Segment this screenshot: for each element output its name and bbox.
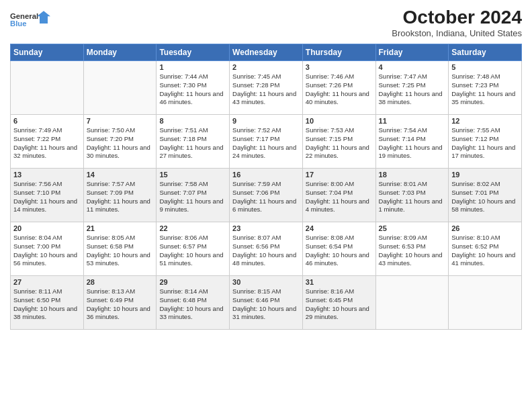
calendar-body: 1Sunrise: 7:44 AMSunset: 7:30 PMDaylight… (11, 61, 522, 330)
col-monday: Monday (83, 44, 157, 61)
day-number: 21 (87, 224, 154, 232)
calendar-cell (449, 276, 522, 330)
day-info: Sunrise: 8:10 AMSunset: 6:52 PMDaylight:… (451, 234, 519, 268)
calendar-week-row: 27Sunrise: 8:11 AMSunset: 6:50 PMDayligh… (11, 276, 522, 330)
day-number: 9 (232, 117, 300, 125)
day-number: 23 (232, 224, 300, 232)
day-number: 14 (87, 171, 154, 179)
calendar-cell: 19Sunrise: 8:02 AMSunset: 7:01 PMDayligh… (449, 169, 522, 222)
day-number: 15 (159, 171, 226, 179)
day-number: 27 (13, 278, 81, 286)
day-number: 25 (379, 224, 446, 232)
day-number: 13 (13, 171, 81, 179)
day-info: Sunrise: 7:52 AMSunset: 7:17 PMDaylight:… (232, 126, 300, 161)
calendar-cell: 17Sunrise: 8:00 AMSunset: 7:04 PMDayligh… (302, 169, 375, 222)
calendar-cell: 28Sunrise: 8:13 AMSunset: 6:49 PMDayligh… (83, 276, 157, 330)
day-number: 7 (87, 117, 154, 125)
calendar-cell: 3Sunrise: 7:46 AMSunset: 7:26 PMDaylight… (302, 61, 375, 115)
calendar-week-row: 6Sunrise: 7:49 AMSunset: 7:22 PMDaylight… (11, 115, 522, 169)
calendar-cell: 16Sunrise: 7:59 AMSunset: 7:06 PMDayligh… (230, 169, 303, 222)
calendar-cell: 12Sunrise: 7:55 AMSunset: 7:12 PMDayligh… (449, 115, 522, 169)
day-info: Sunrise: 7:45 AMSunset: 7:28 PMDaylight:… (232, 73, 300, 107)
day-info: Sunrise: 7:53 AMSunset: 7:15 PMDaylight:… (306, 126, 373, 161)
day-number: 17 (306, 171, 373, 179)
day-info: Sunrise: 8:16 AMSunset: 6:45 PMDaylight:… (306, 287, 373, 322)
day-number: 4 (379, 63, 446, 71)
day-info: Sunrise: 8:05 AMSunset: 6:58 PMDaylight:… (87, 234, 154, 268)
day-info: Sunrise: 8:02 AMSunset: 7:01 PMDaylight:… (451, 180, 519, 214)
day-number: 8 (159, 117, 226, 125)
calendar-cell (11, 61, 84, 115)
day-number: 6 (13, 117, 81, 125)
calendar-cell: 4Sunrise: 7:47 AMSunset: 7:25 PMDaylight… (375, 61, 449, 115)
calendar-week-row: 1Sunrise: 7:44 AMSunset: 7:30 PMDaylight… (11, 61, 522, 115)
calendar-cell: 20Sunrise: 8:04 AMSunset: 7:00 PMDayligh… (11, 222, 84, 276)
calendar-cell: 15Sunrise: 7:58 AMSunset: 7:07 PMDayligh… (157, 169, 230, 222)
day-info: Sunrise: 8:07 AMSunset: 6:56 PMDaylight:… (232, 234, 300, 268)
day-info: Sunrise: 7:48 AMSunset: 7:23 PMDaylight:… (451, 73, 519, 107)
calendar-cell: 31Sunrise: 8:16 AMSunset: 6:45 PMDayligh… (302, 276, 375, 330)
day-info: Sunrise: 7:47 AMSunset: 7:25 PMDaylight:… (379, 73, 446, 107)
calendar-cell: 2Sunrise: 7:45 AMSunset: 7:28 PMDaylight… (230, 61, 303, 115)
day-info: Sunrise: 8:08 AMSunset: 6:54 PMDaylight:… (306, 234, 373, 268)
col-tuesday: Tuesday (157, 44, 230, 61)
day-number: 1 (159, 63, 226, 71)
day-info: Sunrise: 8:14 AMSunset: 6:48 PMDaylight:… (159, 287, 226, 322)
col-saturday: Saturday (449, 44, 522, 61)
calendar-cell: 8Sunrise: 7:51 AMSunset: 7:18 PMDaylight… (157, 115, 230, 169)
calendar-cell: 6Sunrise: 7:49 AMSunset: 7:22 PMDaylight… (11, 115, 84, 169)
day-info: Sunrise: 7:44 AMSunset: 7:30 PMDaylight:… (159, 73, 226, 107)
day-number: 18 (379, 171, 446, 179)
day-info: Sunrise: 8:15 AMSunset: 6:46 PMDaylight:… (232, 287, 300, 322)
logo: General Blue (10, 7, 50, 32)
day-number: 10 (306, 117, 373, 125)
calendar-cell (83, 61, 157, 115)
svg-text:Blue: Blue (10, 19, 27, 28)
col-friday: Friday (375, 44, 449, 61)
calendar-cell: 30Sunrise: 8:15 AMSunset: 6:46 PMDayligh… (230, 276, 303, 330)
day-info: Sunrise: 8:00 AMSunset: 7:04 PMDaylight:… (306, 180, 373, 214)
calendar-cell: 24Sunrise: 8:08 AMSunset: 6:54 PMDayligh… (302, 222, 375, 276)
day-number: 19 (451, 171, 519, 179)
day-info: Sunrise: 7:59 AMSunset: 7:06 PMDaylight:… (232, 180, 300, 214)
day-info: Sunrise: 7:55 AMSunset: 7:12 PMDaylight:… (451, 126, 519, 161)
calendar-cell: 18Sunrise: 8:01 AMSunset: 7:03 PMDayligh… (375, 169, 449, 222)
calendar-header-row: Sunday Monday Tuesday Wednesday Thursday… (11, 44, 522, 61)
calendar-cell: 1Sunrise: 7:44 AMSunset: 7:30 PMDaylight… (157, 61, 230, 115)
calendar-cell: 23Sunrise: 8:07 AMSunset: 6:56 PMDayligh… (230, 222, 303, 276)
calendar-cell: 22Sunrise: 8:06 AMSunset: 6:57 PMDayligh… (157, 222, 230, 276)
day-number: 28 (87, 278, 154, 286)
day-number: 31 (306, 278, 373, 286)
day-info: Sunrise: 7:46 AMSunset: 7:26 PMDaylight:… (306, 73, 373, 107)
calendar-cell: 21Sunrise: 8:05 AMSunset: 6:58 PMDayligh… (83, 222, 157, 276)
day-info: Sunrise: 7:56 AMSunset: 7:10 PMDaylight:… (13, 180, 81, 214)
svg-marker-2 (37, 11, 50, 24)
calendar-cell: 27Sunrise: 8:11 AMSunset: 6:50 PMDayligh… (11, 276, 84, 330)
col-wednesday: Wednesday (230, 44, 303, 61)
calendar-cell: 11Sunrise: 7:54 AMSunset: 7:14 PMDayligh… (375, 115, 449, 169)
day-info: Sunrise: 7:58 AMSunset: 7:07 PMDaylight:… (159, 180, 226, 214)
col-thursday: Thursday (302, 44, 375, 61)
calendar-cell: 7Sunrise: 7:50 AMSunset: 7:20 PMDaylight… (83, 115, 157, 169)
calendar-cell: 9Sunrise: 7:52 AMSunset: 7:17 PMDaylight… (230, 115, 303, 169)
day-number: 5 (451, 63, 519, 71)
calendar-cell: 29Sunrise: 8:14 AMSunset: 6:48 PMDayligh… (157, 276, 230, 330)
calendar-cell (375, 276, 449, 330)
day-info: Sunrise: 7:51 AMSunset: 7:18 PMDaylight:… (159, 126, 226, 161)
day-number: 26 (451, 224, 519, 232)
day-number: 2 (232, 63, 300, 71)
day-info: Sunrise: 8:06 AMSunset: 6:57 PMDaylight:… (159, 234, 226, 268)
calendar-week-row: 20Sunrise: 8:04 AMSunset: 7:00 PMDayligh… (11, 222, 522, 276)
day-info: Sunrise: 8:04 AMSunset: 7:00 PMDaylight:… (13, 234, 81, 268)
header: General Blue October 2024 Brookston, Ind… (10, 7, 522, 38)
day-number: 12 (451, 117, 519, 125)
day-info: Sunrise: 8:01 AMSunset: 7:03 PMDaylight:… (379, 180, 446, 214)
day-info: Sunrise: 8:11 AMSunset: 6:50 PMDaylight:… (13, 287, 81, 322)
day-number: 20 (13, 224, 81, 232)
page-subtitle: Brookston, Indiana, United States (392, 28, 522, 38)
calendar-table: Sunday Monday Tuesday Wednesday Thursday… (10, 44, 522, 330)
calendar-week-row: 13Sunrise: 7:56 AMSunset: 7:10 PMDayligh… (11, 169, 522, 222)
day-number: 22 (159, 224, 226, 232)
page-title: October 2024 (392, 7, 522, 28)
day-number: 3 (306, 63, 373, 71)
